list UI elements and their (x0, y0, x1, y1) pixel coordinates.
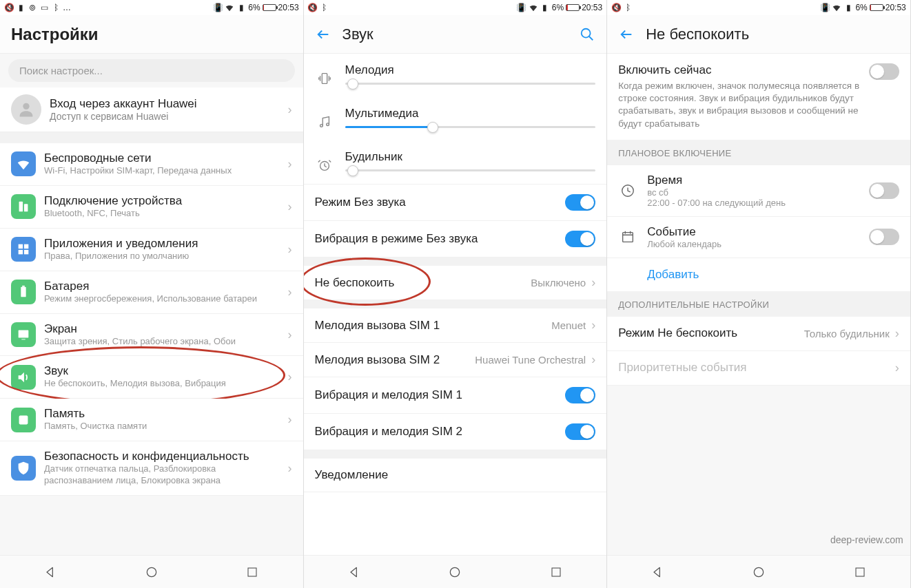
toggle-label: Вибрация и мелодия SIM 1 (315, 388, 557, 402)
svg-point-16 (320, 124, 323, 127)
toggle-label: Режим Без звука (315, 196, 557, 209)
chevron-right-icon: › (288, 242, 292, 257)
account-title: Вход через аккаунт Huawei (50, 97, 288, 111)
mute-icon: 🔇 (611, 3, 621, 12)
svg-rect-15 (322, 73, 327, 83)
sound-icon (11, 365, 36, 390)
slider-ringtone[interactable]: Мелодия (304, 54, 607, 97)
signal-icon: ▮ (236, 3, 246, 12)
nav-recent[interactable] (546, 562, 566, 582)
row-time[interactable]: Время вс сб 22:00 - 07:00 на следующий д… (607, 165, 910, 217)
toggle-vib-sim1[interactable]: Вибрация и мелодия SIM 1 (304, 377, 607, 414)
youtube-icon: ▭ (39, 3, 49, 12)
vibrate-icon (315, 69, 334, 88)
svg-point-12 (147, 567, 156, 576)
setting-sound[interactable]: Звук Не беспокоить, Мелодия вызова, Вибр… (0, 356, 303, 399)
row-sub: Любой календарь (647, 239, 859, 249)
bluetooth-icon: ᛒ (623, 3, 633, 12)
spacer (0, 132, 303, 143)
row-sub: Режим энергосбережения, Использование ба… (44, 293, 280, 305)
row-sim2-ringtone[interactable]: Мелодия вызова SIM 2 Huawei Tune Orchest… (304, 343, 607, 377)
toggle-vib-sim2[interactable]: Вибрация и мелодия SIM 2 (304, 414, 607, 450)
setting-storage[interactable]: Память Память, Очистка памяти › (0, 399, 303, 441)
nav-recent[interactable] (242, 562, 263, 582)
clock-icon (618, 181, 637, 200)
toggle-silent[interactable]: Режим Без звука (304, 185, 607, 221)
viber-icon: ⊚ (28, 3, 37, 12)
row-title: Время (647, 174, 859, 187)
toggle-vibrate-silent[interactable]: Вибрация в режиме Без звука (304, 221, 607, 258)
nav-recent[interactable] (850, 562, 870, 582)
status-bar: 🔇 ᛒ 📳 ▮ 6% 20:53 (607, 0, 910, 15)
clock: 20:53 (886, 3, 906, 12)
svg-rect-4 (24, 244, 28, 249)
row-enable-now[interactable]: Включить сейчас Когда режим включен, зна… (607, 54, 910, 140)
toggle-switch[interactable] (565, 231, 595, 247)
setting-display[interactable]: Экран Защита зрения, Стиль рабочего экра… (0, 314, 303, 357)
nav-home[interactable] (748, 562, 769, 582)
nav-back[interactable] (40, 562, 61, 582)
chevron-right-icon: › (288, 285, 292, 300)
add-button[interactable]: Добавить (607, 258, 910, 291)
wifi-icon (832, 3, 841, 12)
wifi-icon (529, 3, 538, 12)
row-title: Звук (44, 364, 280, 378)
screen-dnd: 🔇 ᛒ 📳 ▮ 6% 20:53 Не беспокоить Включить … (607, 0, 911, 588)
toggle-switch[interactable] (869, 63, 899, 80)
slider-alarm[interactable]: Будильник (304, 140, 607, 185)
vibrate-icon: 📳 (820, 3, 830, 12)
chevron-right-icon: › (591, 318, 595, 333)
setting-battery[interactable]: Батарея Режим энергосбережения, Использо… (0, 271, 303, 314)
row-sub: вс сб (647, 187, 859, 198)
svg-rect-9 (19, 330, 29, 338)
svg-rect-24 (856, 568, 864, 576)
alarm-icon (315, 156, 334, 175)
vibrate-icon: 📳 (213, 3, 223, 12)
toggle-switch[interactable] (565, 194, 595, 211)
spacer (304, 258, 607, 266)
row-title: Включить сейчас (618, 63, 861, 77)
setting-apps[interactable]: Приложения и уведомления Права, Приложен… (0, 229, 303, 271)
row-title: Подключение устройства (44, 194, 280, 208)
toggle-switch[interactable] (565, 387, 595, 403)
chevron-right-icon: › (288, 103, 292, 117)
search-input[interactable]: Поиск настроек... (8, 59, 295, 82)
back-button[interactable] (618, 26, 635, 43)
battery-icon (11, 280, 36, 304)
setting-device-connect[interactable]: Подключение устройства Bluetooth, NFC, П… (0, 186, 303, 229)
row-sub: Bluetooth, NFC, Печать (44, 208, 280, 220)
header: Звук (304, 15, 607, 54)
row-dnd-mode[interactable]: Режим Не беспокоить Только будильник › (607, 317, 910, 351)
row-label: Режим Не беспокоить (618, 326, 799, 340)
toggle-label: Вибрация в режиме Без звука (315, 232, 557, 246)
huawei-account-row[interactable]: Вход через аккаунт Huawei Доступ к серви… (0, 87, 303, 132)
svg-point-14 (582, 28, 591, 37)
toggle-switch[interactable] (565, 423, 595, 440)
setting-wireless[interactable]: Беспроводные сети Wi-Fi, Настройки SIM-к… (0, 143, 303, 186)
chevron-right-icon: › (288, 328, 292, 342)
row-notification[interactable]: Уведомление (304, 459, 607, 492)
svg-point-23 (754, 567, 763, 576)
row-sim1-ringtone[interactable]: Мелодия вызова SIM 1 Menuet › (304, 308, 607, 343)
search-button[interactable] (579, 26, 595, 43)
nav-back[interactable] (344, 562, 365, 582)
row-sub: Wi-Fi, Настройки SIM-карт, Передача данн… (44, 165, 280, 177)
row-dnd[interactable]: Не беспокоить Выключено › (304, 266, 607, 300)
nav-back[interactable] (647, 562, 668, 582)
toggle-switch[interactable] (869, 182, 899, 199)
svg-rect-20 (552, 568, 560, 576)
svg-rect-7 (21, 287, 25, 297)
svg-rect-10 (21, 339, 25, 339)
row-title: Приложения и уведомления (44, 237, 280, 251)
toggle-switch[interactable] (869, 229, 899, 245)
calendar-icon (618, 227, 637, 246)
row-sub: Датчик отпечатка пальца, Разблокировка р… (44, 463, 280, 487)
row-event[interactable]: Событие Любой календарь (607, 217, 910, 258)
setting-security[interactable]: Безопасность и конфиденциальность Датчик… (0, 441, 303, 496)
signal-icon: ▮ (843, 3, 853, 12)
slider-media[interactable]: Мультимедиа (304, 97, 607, 140)
apps-icon (11, 237, 36, 262)
nav-home[interactable] (444, 562, 465, 582)
back-button[interactable] (315, 26, 331, 43)
nav-home[interactable] (141, 562, 162, 582)
